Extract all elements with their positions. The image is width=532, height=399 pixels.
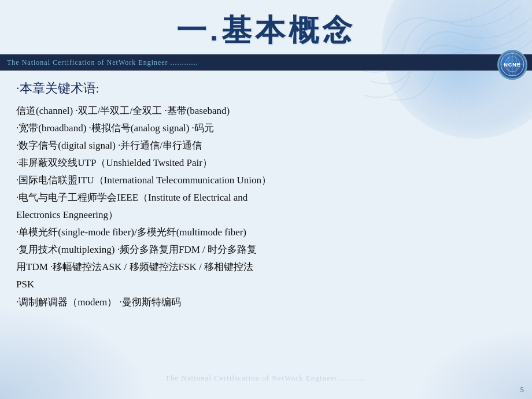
keyword-title: ·本章关键术语: [16,80,518,97]
content-line-2: ·宽带(broadband) ·模拟信号(analog signal) ·码元 [16,120,518,136]
content-line-12: ·调制解调器（modem） ·曼彻斯特编码 [16,294,518,311]
content-line-1: 信道(channel) ·双工/半双工/全双工 ·基带(baseband) [16,103,518,119]
content-line-11: PSK [16,276,518,293]
title-area: 一.基本概念 [0,0,532,54]
content-line-5: ·国际电信联盟ITU（International Telecommunicati… [16,172,518,189]
content-line-4: ·非屏蔽双绞线UTP（Unshielded Twsited Pair） [16,155,518,171]
content-line-6: ·电气与电子工程师学会IEEE（Institute of Electrical … [16,190,518,206]
content-line-8: ·单模光纤(single-mode fiber)/多模光纤(multimode … [16,224,518,241]
content-line-10: 用TDM ·移幅键控法ASK / 移频键控法FSK / 移相键控法 [16,259,518,275]
keyword-title-text: ·本章关键术语: [16,81,99,95]
header-bar: The National Certification of NetWork En… [0,54,532,71]
content-area: ·本章关键术语: 信道(channel) ·双工/半双工/全双工 ·基带(bas… [0,71,532,316]
bg-bottom-right [416,330,532,399]
watermark: The National Certification of NetWork En… [165,374,367,383]
bg-bottom-left [0,306,150,399]
content-line-7: Electronics Engneering） [16,207,518,223]
header-bar-text: The National Certification of NetWork En… [7,58,198,67]
page-title: 一.基本概念 [0,10,532,51]
content-line-3: ·数字信号(digital signal) ·并行通信/串行通信 [16,138,518,154]
content-line-9: ·复用技术(multiplexing) ·频分多路复用FDM / 时分多路复 [16,242,518,258]
page-number: 5 [520,385,524,394]
